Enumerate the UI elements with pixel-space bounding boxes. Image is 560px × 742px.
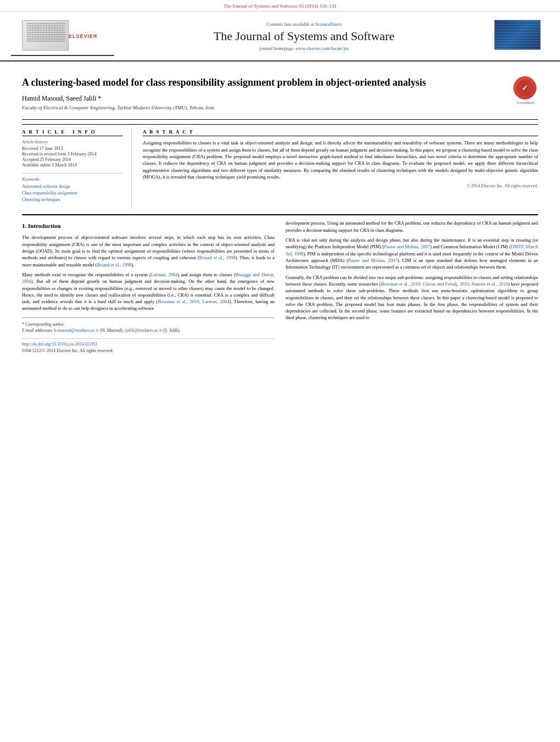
sciencedirect-link[interactable]: ScienceDirect	[316, 21, 342, 27]
abstract-col: A B S T R A C T Assigning responsibiliti…	[143, 129, 538, 209]
sciencedirect-line: Contents lists available at ScienceDirec…	[125, 21, 483, 27]
link-bowman1[interactable]: Bowman et al., 2010; Larman, 2004	[158, 299, 229, 304]
keyword-3[interactable]: Clustering techniques	[22, 197, 60, 202]
affiliation: Faculty of Electrical & Computer Enginee…	[22, 105, 502, 110]
link-bowman2[interactable]: Bowman et al., 2010; Glavas and Fertalj,…	[381, 281, 508, 287]
abstract-header: A B S T R A C T	[143, 129, 538, 136]
right-body-col: development process. Using an automated …	[285, 220, 538, 354]
page: The Journal of Systems and Software 93 (…	[0, 0, 560, 742]
keyword-2[interactable]: Class responsibility assignment	[22, 191, 77, 196]
journal-title: The Journal of Systems and Software	[125, 29, 483, 43]
elsevier-logo-image	[22, 20, 69, 51]
link-bruegge[interactable]: Bruegge and Dutoit, 2004	[22, 272, 275, 284]
intro-para1: The development process of object-orient…	[22, 234, 275, 268]
info-divider	[22, 173, 123, 174]
homepage-url[interactable]: www.elsevier.com/locate/jss	[295, 46, 349, 51]
body-two-col: 1. Introduction The development process …	[22, 220, 538, 359]
svg-text:✓: ✓	[522, 83, 528, 92]
authors-text: Hamid Masoud, Saeed Jalili *	[22, 94, 101, 102]
footnote-section: * Corresponding author. E-mail addresses…	[22, 317, 275, 334]
top-journal-text: The Journal of Systems and Software 93 (…	[223, 3, 337, 9]
email2-name: (S. Jalili).	[163, 328, 180, 333]
intro-para2: Many methods exist to recognize the resp…	[22, 271, 275, 312]
top-journal-bar: The Journal of Systems and Software 93 (…	[0, 0, 560, 12]
accepted-date: Accepted 25 February 2014	[22, 157, 123, 162]
email1-link[interactable]: h.masoud@modares.ac.ir	[54, 328, 99, 333]
elsevier-label: ELSEVIER	[69, 34, 98, 39]
corresponding-author: * Corresponding author.	[22, 321, 275, 328]
left-body-col: 1. Introduction The development process …	[22, 220, 275, 354]
section1-number: 1.	[22, 222, 26, 229]
section1-title: 1. Introduction	[22, 222, 275, 231]
right-para3: Generally, the CRA problem can be divide…	[285, 274, 538, 321]
journal-header: ELSEVIER Contents lists available at Sci…	[0, 12, 560, 62]
journal-logo-right	[494, 20, 541, 50]
abstract-body: Assigning responsibilities to classes is…	[143, 140, 538, 180]
history-label: Article history:	[22, 140, 123, 144]
elsevier-logo-container: ELSEVIER	[11, 16, 114, 56]
based-on-text: based	[434, 308, 444, 314]
journal-header-center: Contents lists available at ScienceDirec…	[114, 21, 494, 51]
section1-title-text: Introduction	[28, 222, 61, 229]
doi-url[interactable]: http://dx.doi.org/10.1016/j.jss.2014.02.…	[22, 342, 97, 347]
link-pastor2[interactable]: Pastor and Molina, 2007	[348, 258, 397, 263]
doi-section: http://dx.doi.org/10.1016/j.jss.2014.02.…	[22, 338, 275, 354]
journal-logo-right-container	[494, 20, 544, 53]
word-based: based	[486, 295, 496, 300]
crossmark-icon: ✓	[513, 76, 536, 99]
link-briand1[interactable]: Briand et al., 1998	[199, 255, 236, 260]
section-divider	[22, 214, 538, 215]
article-title: A clustering-based model for class respo…	[22, 76, 502, 89]
crossmark-badge: ✓ CrossMark	[513, 76, 538, 101]
right-para2: CRA is vital not only during the analysi…	[285, 237, 538, 271]
link-larman1[interactable]: Larman, 2004	[151, 272, 178, 277]
article-history-block: Article history: Received 17 June 2013 R…	[22, 140, 123, 168]
received-date: Received 17 June 2013	[22, 146, 123, 151]
article-info-header: A R T I C L E I N F O	[22, 129, 123, 136]
contents-text: Contents lists available at	[266, 21, 314, 27]
abstract-text: Assigning responsibilities to classes is…	[143, 140, 538, 180]
email1-name: (H. Masoud),	[100, 328, 124, 333]
homepage-text: journal homepage:	[260, 46, 295, 51]
copyright-line: © 2014 Elsevier Inc. All rights reserved…	[143, 183, 538, 188]
email2-link[interactable]: sjalili@modares.ac.ir	[125, 328, 162, 333]
keywords-label: Keywords:	[22, 177, 123, 182]
link-pastor1[interactable]: Pastor and Molina, 2007	[384, 244, 430, 249]
homepage-line: journal homepage: www.elsevier.com/locat…	[125, 46, 483, 51]
available-date: Available online 5 March 2014	[22, 163, 123, 168]
main-content: A clustering-based model for class respo…	[0, 62, 560, 365]
email-line: E-mail addresses: h.masoud@modares.ac.ir…	[22, 327, 275, 334]
keywords-block: Keywords: Automated software design Clas…	[22, 177, 123, 203]
right-para1: development process. Using an automated …	[285, 220, 538, 233]
authors: Hamid Masoud, Saeed Jalili *	[22, 94, 502, 103]
issn-text: 0164-1212/© 2014 Elsevier Inc. All right…	[22, 348, 114, 353]
keywords-list: Automated software design Class responsi…	[22, 183, 123, 203]
received-revised-date: Received in revised form 3 February 2014	[22, 152, 123, 157]
article-info-abstract: A R T I C L E I N F O Article history: R…	[22, 124, 538, 209]
keyword-1[interactable]: Automated software design	[22, 184, 70, 189]
article-title-text: A clustering-based model for class respo…	[22, 76, 502, 115]
email-label: E-mail addresses:	[22, 328, 53, 333]
article-title-section: A clustering-based model for class respo…	[22, 70, 538, 120]
article-info-col: A R T I C L E I N F O Article history: R…	[22, 129, 132, 209]
crossmark-label: CrossMark	[513, 101, 538, 105]
link-briand2[interactable]: Briand et al., 1998	[97, 262, 132, 267]
